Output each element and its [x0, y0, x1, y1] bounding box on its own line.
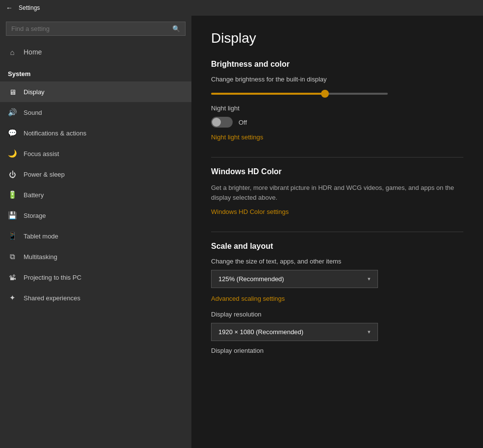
brightness-section: Brightness and color Change brightness f…	[211, 60, 463, 141]
power-icon: ⏻	[8, 170, 17, 179]
battery-label: Battery	[24, 191, 44, 199]
titlebar-title: Settings	[19, 4, 40, 11]
size-dropdown-arrow: ▾	[368, 276, 371, 282]
night-light-state: Off	[239, 119, 247, 126]
resolution-dropdown-arrow: ▾	[368, 329, 371, 335]
sidebar-item-power[interactable]: ⏻ Power & sleep	[0, 164, 191, 184]
orientation-label: Display orientation	[211, 347, 463, 354]
home-label: Home	[24, 48, 42, 56]
sidebar-item-sound[interactable]: 🔊 Sound	[0, 102, 191, 123]
titlebar: ← Settings	[0, 0, 483, 16]
sidebar-item-shared[interactable]: ✦ Shared experiences	[0, 288, 191, 308]
notifications-label: Notifications & actions	[24, 130, 86, 137]
sound-icon: 🔊	[8, 108, 17, 117]
search-icon: 🔍	[172, 25, 180, 32]
sidebar-item-battery[interactable]: 🔋 Battery	[0, 184, 191, 205]
brightness-label: Change brightness for the built-in displ…	[211, 76, 463, 83]
brightness-section-title: Brightness and color	[211, 60, 463, 69]
night-light-toggle[interactable]	[211, 117, 233, 128]
system-label: System	[0, 64, 191, 81]
main-layout: 🔍 ⌂ Home System 🖥 Display 🔊 Sound 💬 Noti…	[0, 16, 483, 448]
display-icon: 🖥	[8, 87, 17, 96]
brightness-slider[interactable]	[211, 93, 388, 95]
scale-section-title: Scale and layout	[211, 242, 463, 251]
hd-color-description: Get a brighter, more vibrant picture in …	[211, 183, 463, 202]
sidebar-item-notifications[interactable]: 💬 Notifications & actions	[0, 123, 191, 143]
sidebar-item-multitasking[interactable]: ⧉ Multitasking	[0, 246, 191, 267]
sidebar-item-tablet[interactable]: 📱 Tablet mode	[0, 226, 191, 246]
search-input[interactable]	[11, 25, 168, 32]
projecting-icon: 📽	[8, 273, 17, 282]
size-value: 125% (Recommended)	[218, 275, 284, 283]
tablet-label: Tablet mode	[24, 233, 58, 240]
divider-1	[211, 157, 463, 158]
sidebar-item-projecting[interactable]: 📽 Projecting to this PC	[0, 267, 191, 288]
hd-color-section: Windows HD Color Get a brighter, more vi…	[211, 167, 463, 216]
resolution-label: Display resolution	[211, 311, 463, 318]
divider-2	[211, 232, 463, 232]
size-dropdown[interactable]: 125% (Recommended) ▾	[211, 270, 378, 288]
night-light-label: Night light	[211, 105, 240, 112]
power-label: Power & sleep	[24, 171, 65, 178]
storage-icon: 💾	[8, 211, 17, 220]
content-area: Display Brightness and color Change brig…	[191, 16, 483, 448]
sidebar-item-focus[interactable]: 🌙 Focus assist	[0, 143, 191, 164]
notifications-icon: 💬	[8, 129, 17, 137]
nav-list: 🖥 Display 🔊 Sound 💬 Notifications & acti…	[0, 81, 191, 308]
sidebar-item-display[interactable]: 🖥 Display	[0, 81, 191, 102]
sound-label: Sound	[24, 109, 42, 116]
hd-color-title: Windows HD Color	[211, 167, 463, 176]
brightness-slider-container[interactable]	[211, 88, 463, 97]
shared-icon: ✦	[8, 293, 17, 302]
resolution-value: 1920 × 1080 (Recommended)	[218, 328, 303, 336]
night-light-toggle-row: Off	[211, 117, 463, 128]
size-label: Change the size of text, apps, and other…	[211, 258, 463, 265]
battery-icon: 🔋	[8, 190, 17, 199]
tablet-icon: 📱	[8, 232, 17, 240]
resolution-dropdown[interactable]: 1920 × 1080 (Recommended) ▾	[211, 323, 378, 341]
sidebar: 🔍 ⌂ Home System 🖥 Display 🔊 Sound 💬 Noti…	[0, 16, 191, 448]
hd-color-settings-link[interactable]: Windows HD Color settings	[211, 208, 289, 215]
focus-label: Focus assist	[24, 150, 59, 158]
sidebar-item-storage[interactable]: 💾 Storage	[0, 205, 191, 226]
focus-icon: 🌙	[8, 149, 17, 158]
page-title: Display	[211, 30, 463, 46]
sidebar-item-home[interactable]: ⌂ Home	[0, 40, 191, 64]
projecting-label: Projecting to this PC	[24, 274, 81, 281]
multitasking-icon: ⧉	[8, 252, 17, 261]
display-label: Display	[24, 88, 45, 96]
multitasking-label: Multitasking	[24, 253, 57, 261]
night-light-row: Night light	[211, 105, 463, 112]
home-icon: ⌂	[8, 48, 17, 56]
shared-label: Shared experiences	[24, 294, 80, 302]
back-button[interactable]: ←	[6, 4, 13, 12]
night-light-settings-link[interactable]: Night light settings	[211, 133, 263, 141]
storage-label: Storage	[24, 212, 46, 219]
toggle-knob	[212, 118, 221, 127]
scale-section: Scale and layout Change the size of text…	[211, 242, 463, 354]
advanced-scaling-link[interactable]: Advanced scaling settings	[211, 295, 285, 302]
search-box[interactable]: 🔍	[6, 22, 186, 36]
